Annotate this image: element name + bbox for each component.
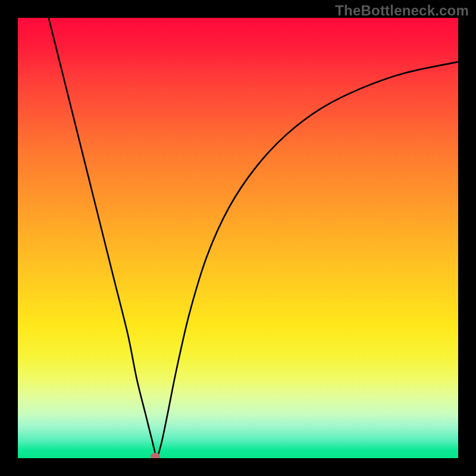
minimum-marker	[151, 453, 160, 458]
chart-frame: TheBottleneck.com	[0, 0, 476, 476]
plot-area	[18, 18, 458, 458]
watermark-text: TheBottleneck.com	[335, 2, 469, 19]
bottleneck-curve-path	[49, 18, 458, 456]
curve-svg	[18, 18, 458, 458]
